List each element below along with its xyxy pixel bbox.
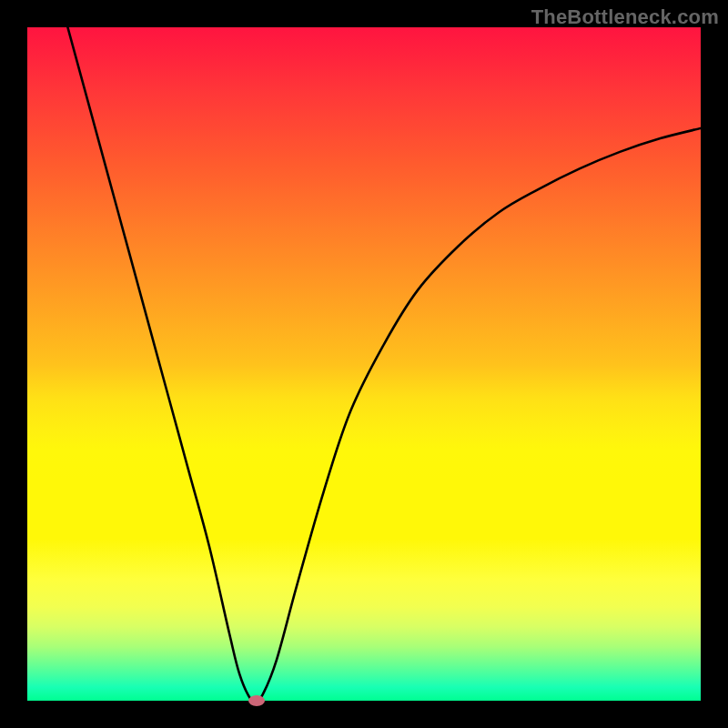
bottleneck-curve <box>67 27 701 701</box>
curve-svg <box>27 27 701 701</box>
optimum-marker <box>248 695 265 706</box>
watermark-text: TheBottleneck.com <box>531 5 719 29</box>
chart-frame: TheBottleneck.com <box>0 0 728 728</box>
plot-area <box>27 27 701 701</box>
